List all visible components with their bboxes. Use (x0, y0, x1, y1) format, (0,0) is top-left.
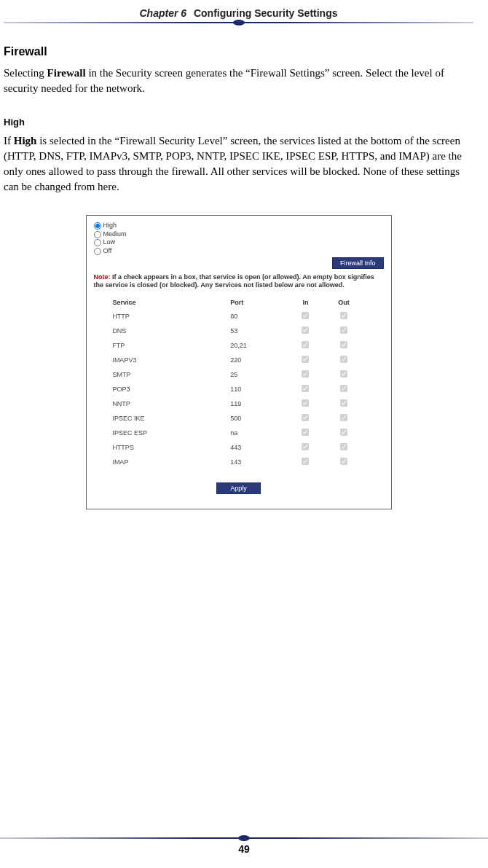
radio-off[interactable] (94, 248, 101, 255)
checkbox-out (340, 312, 347, 319)
table-row: POP3110 (111, 382, 366, 396)
cell-service: SMTP (111, 367, 229, 382)
cell-service: IPSEC IKE (111, 411, 229, 426)
checkbox-in (302, 399, 309, 407)
checkbox-in (302, 429, 309, 436)
cell-port: 220 (229, 353, 289, 367)
checkbox-out (340, 341, 347, 348)
cell-out (321, 309, 366, 324)
cell-out (321, 455, 366, 469)
cell-service: FTP (111, 338, 229, 353)
chapter-title: Configuring Security Settings (194, 7, 338, 19)
note-text: Note: If a check appears in a box, that … (94, 273, 384, 289)
cell-port: 143 (229, 455, 289, 469)
table-row: DNS53 (111, 324, 366, 338)
cell-port: 53 (229, 324, 289, 338)
table-row: HTTPS443 (111, 440, 366, 455)
high-paragraph: If High is selected in the “Firewall Sec… (4, 133, 473, 195)
table-row: SMTP25 (111, 367, 366, 382)
checkbox-out (340, 370, 347, 378)
checkbox-out (340, 356, 347, 363)
checkbox-out (340, 327, 347, 334)
radio-medium[interactable] (94, 231, 101, 238)
cell-in (289, 353, 321, 367)
checkbox-in (302, 370, 309, 378)
cell-out (321, 396, 366, 411)
cell-service: IPSEC ESP (111, 426, 229, 440)
checkbox-out (340, 385, 347, 392)
table-row: FTP20,21 (111, 338, 366, 353)
cell-port: 80 (229, 309, 289, 324)
page-number: 49 (0, 843, 488, 855)
cell-port: 500 (229, 411, 289, 426)
radio-low[interactable] (94, 239, 101, 246)
checkbox-in (302, 458, 309, 465)
radio-off-label: Off (103, 247, 112, 256)
checkbox-in (302, 341, 309, 348)
table-row: IMAP143 (111, 455, 366, 469)
cell-in (289, 309, 321, 324)
cell-in (289, 367, 321, 382)
page-footer: 49 (0, 837, 488, 855)
th-service: Service (111, 296, 229, 309)
table-row: IMAPV3220 (111, 353, 366, 367)
section-heading-firewall: Firewall (4, 45, 473, 58)
th-out: Out (321, 296, 366, 309)
cell-out (321, 426, 366, 440)
section-heading-high: High (4, 117, 473, 128)
checkbox-in (302, 327, 309, 334)
cell-service: IMAP (111, 455, 229, 469)
checkbox-in (302, 385, 309, 392)
cell-out (321, 338, 366, 353)
cell-out (321, 440, 366, 455)
cell-in (289, 396, 321, 411)
cell-port: 25 (229, 367, 289, 382)
cell-in (289, 411, 321, 426)
cell-port: 20,21 (229, 338, 289, 353)
checkbox-in (302, 356, 309, 363)
cell-out (321, 324, 366, 338)
cell-service: HTTP (111, 309, 229, 324)
cell-service: NNTP (111, 396, 229, 411)
th-port: Port (229, 296, 289, 309)
cell-port: na (229, 426, 289, 440)
cell-in (289, 426, 321, 440)
cell-service: POP3 (111, 382, 229, 396)
footer-rule (0, 837, 488, 839)
radio-medium-label: Medium (103, 230, 127, 239)
checkbox-out (340, 414, 347, 421)
header-rule (4, 22, 473, 23)
table-row: IPSEC IKE500 (111, 411, 366, 426)
cell-out (321, 382, 366, 396)
cell-out (321, 411, 366, 426)
chapter-number: Chapter 6 (139, 7, 186, 19)
cell-port: 119 (229, 396, 289, 411)
table-row: HTTP80 (111, 309, 366, 324)
note-label: Note: (94, 273, 111, 281)
radio-low-label: Low (103, 238, 116, 247)
checkbox-out (340, 429, 347, 436)
table-row: IPSEC ESPna (111, 426, 366, 440)
cell-in (289, 455, 321, 469)
checkbox-in (302, 443, 309, 450)
radio-high[interactable] (94, 222, 101, 230)
firewall-paragraph: Selecting Firewall in the Security scree… (4, 66, 473, 96)
cell-in (289, 324, 321, 338)
cell-service: DNS (111, 324, 229, 338)
cell-port: 443 (229, 440, 289, 455)
chapter-header: Chapter 6 Configuring Security Settings (4, 7, 473, 19)
security-level-radios: High Medium Low Off (94, 222, 384, 256)
checkbox-out (340, 458, 347, 465)
checkbox-out (340, 443, 347, 450)
apply-button[interactable]: Apply (216, 482, 261, 494)
cell-service: HTTPS (111, 440, 229, 455)
cell-out (321, 367, 366, 382)
table-row: NNTP119 (111, 396, 366, 411)
cell-service: IMAPV3 (111, 353, 229, 367)
cell-in (289, 338, 321, 353)
firewall-info-button[interactable]: Firewall Info (332, 257, 384, 269)
cell-out (321, 353, 366, 367)
firewall-screenshot: High Medium Low Off Firewall Info Note: … (86, 215, 392, 509)
cell-in (289, 382, 321, 396)
cell-in (289, 440, 321, 455)
